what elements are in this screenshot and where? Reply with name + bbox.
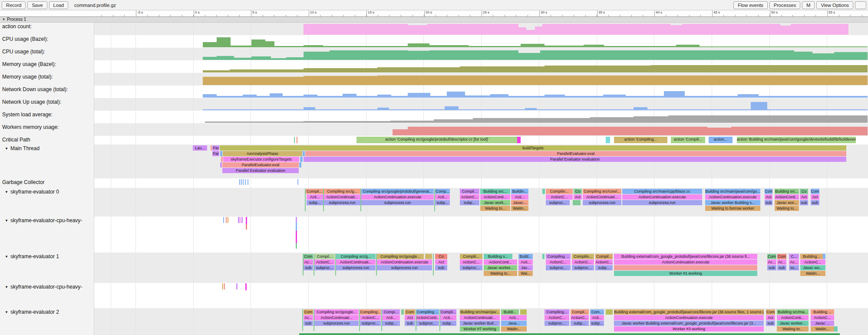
event-block[interactable]: Building src...	[480, 189, 510, 194]
event-block[interactable]: Waitin...	[511, 206, 528, 211]
event-sliver[interactable]	[228, 217, 228, 223]
event-block[interactable]: Act	[800, 194, 808, 200]
event-block[interactable]: Acti...	[518, 259, 533, 265]
event-block[interactable]: Act	[765, 194, 772, 200]
event-sliver[interactable]	[246, 224, 247, 230]
event-block[interactable]: Waiting to...	[777, 326, 809, 332]
event-sliver[interactable]	[241, 179, 242, 185]
event-block[interactable]: sub	[304, 321, 313, 326]
event-block[interactable]: Ac...	[304, 315, 313, 320]
event-sliver[interactable]	[296, 231, 297, 243]
track-label[interactable]: ▼skyframe-evaluator 0	[0, 188, 94, 217]
save-button[interactable]: Save	[27, 1, 47, 9]
collapse-arrow-icon[interactable]: ▼	[5, 147, 8, 151]
event-block[interactable]: ParallelEvaluator.eval	[222, 162, 299, 168]
event-sliver[interactable]	[245, 283, 247, 290]
event-block[interactable]: Ac...	[304, 259, 313, 265]
event-block[interactable]: Worker #1 working	[614, 271, 757, 276]
event-block[interactable]	[221, 157, 223, 162]
event-block[interactable]: ActionC...	[572, 259, 594, 265]
event-block[interactable]: subprocess.run	[583, 200, 621, 205]
event-block[interactable]: Compiling src/google...	[377, 254, 424, 259]
event-block[interactable]: Act	[405, 315, 415, 320]
event-sliver[interactable]	[302, 309, 303, 331]
track-canvas[interactable]: ComCompiling src/google...Compiling...Co…	[94, 308, 868, 335]
event-block[interactable]: Com	[777, 254, 786, 259]
event-block[interactable]	[401, 309, 404, 315]
track-canvas[interactable]	[94, 23, 868, 35]
event-block[interactable]: Building ...	[811, 309, 834, 315]
event-block[interactable]: Javac worker Building external/com_googl…	[614, 321, 764, 326]
event-sliver[interactable]	[381, 309, 382, 331]
event-block[interactable]: subproc...	[460, 265, 482, 270]
event-block[interactable]: Compiling src/g...	[324, 189, 360, 194]
event-sliver[interactable]	[238, 217, 239, 223]
event-block[interactable]: Worker #7 working	[460, 326, 500, 332]
track-canvas[interactable]	[94, 178, 868, 188]
event-block[interactable]: Java...	[501, 321, 527, 326]
event-block[interactable]: Compil...	[440, 309, 456, 315]
event-block[interactable]: Building src/main/jav...	[460, 309, 500, 315]
event-block[interactable]: ActionConti...	[484, 259, 517, 265]
event-block[interactable]: Building src/main/java/com/go...	[705, 189, 760, 194]
track-canvas[interactable]	[94, 60, 868, 73]
collapse-arrow-icon[interactable]: ▼	[5, 190, 8, 194]
event-block[interactable]: Compiling src/google/protobuf/generat...	[361, 189, 434, 194]
event-block[interactable]: Jav...	[518, 265, 533, 270]
event-block[interactable]: subproc...	[314, 265, 335, 270]
event-block[interactable]	[823, 254, 825, 259]
event-sliver[interactable]	[335, 254, 336, 276]
event-block[interactable]: ActionConti...	[775, 194, 799, 200]
event-block[interactable]: ActionC...	[546, 259, 571, 265]
event-block[interactable]	[299, 162, 301, 168]
event-block[interactable]: ActionContinuati...	[583, 194, 621, 200]
event-block[interactable]: Building src...	[775, 189, 799, 194]
event-block[interactable]: Ac...	[777, 259, 786, 265]
event-block[interactable]: subp...	[571, 321, 589, 326]
collapse-arrow-icon[interactable]: ▼	[5, 255, 8, 259]
event-block[interactable]	[220, 162, 222, 168]
event-block[interactable]: ActionContinuation.execute	[614, 259, 757, 265]
load-button[interactable]: Load	[49, 1, 68, 9]
track-canvas[interactable]	[94, 217, 868, 253]
event-block[interactable]: Waiting to borrow worker	[705, 206, 760, 211]
event-block[interactable]: Compil...	[314, 254, 335, 259]
event-block[interactable]: skyframeExecutor.configureTargets	[223, 157, 299, 162]
event-block[interactable]: ActionC...	[545, 315, 569, 320]
view-options-button[interactable]: View Options	[816, 1, 853, 9]
event-block[interactable]: subp...	[595, 265, 613, 270]
event-sliver[interactable]	[296, 243, 297, 249]
event-block[interactable]: subprocess.run	[361, 200, 434, 205]
event-block[interactable]: Par	[212, 145, 219, 151]
event-block[interactable]: sub	[405, 321, 415, 326]
event-block[interactable]: Building s...	[484, 254, 512, 259]
event-sliver[interactable]	[239, 179, 240, 185]
event-block[interactable]: Parallel Evaluator evaluation	[304, 157, 846, 162]
event-block[interactable]: sub	[304, 265, 313, 270]
event-block[interactable]	[542, 189, 545, 194]
event-block[interactable]: ActionContinuati...	[314, 315, 359, 320]
event-block[interactable]: sub	[765, 200, 772, 205]
collapse-arrow-icon[interactable]: ▼	[5, 310, 8, 314]
event-block[interactable]: ActionContinuation.execute	[614, 315, 764, 320]
event-block[interactable]	[573, 200, 581, 205]
event-block[interactable]: Javac worker...	[484, 265, 517, 270]
track-canvas[interactable]: Compil...Compiling src/g...Compiling src…	[94, 188, 868, 217]
event-block[interactable]	[517, 137, 521, 143]
event-sliver[interactable]	[314, 309, 314, 331]
event-block[interactable]: Compiling src/g...	[336, 254, 376, 259]
event-block[interactable]: subproc...	[416, 321, 439, 326]
event-sliver[interactable]	[226, 217, 227, 223]
track-canvas[interactable]	[94, 85, 868, 98]
metadata-button[interactable]: M	[802, 1, 815, 9]
event-sliver[interactable]	[240, 217, 241, 223]
event-block[interactable]: Acti...	[590, 315, 604, 320]
event-block[interactable]: Waiting to...	[484, 271, 517, 276]
event-block[interactable]: subproc...	[546, 200, 570, 205]
event-block[interactable]: ActionContinuation.execute	[622, 194, 702, 200]
event-block[interactable]: Build...	[518, 254, 533, 259]
event-block[interactable]: ActionC...	[460, 194, 479, 200]
event-block[interactable]: Compiling...	[545, 309, 569, 315]
track-canvas[interactable]: Lau...ParbuildTargetsParrunAnalysisPhase…	[94, 145, 868, 178]
event-block[interactable]: Com	[304, 309, 313, 315]
